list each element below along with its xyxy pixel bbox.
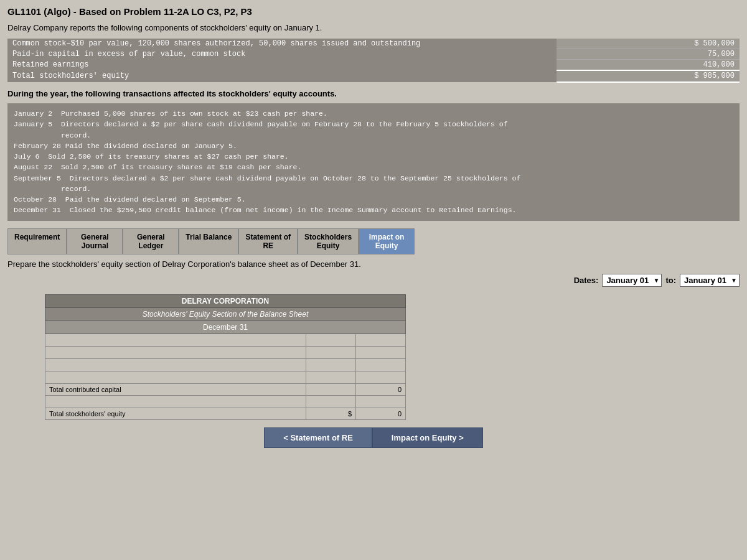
balance-sheet-table: DELRAY CORPORATION Stockholders' Equity … — [45, 294, 406, 420]
bs-company-name: DELRAY CORPORATION — [45, 294, 406, 307]
transaction-4: February 28 Paid the dividend declared o… — [14, 141, 733, 151]
equity-total-value: $ 985,000 — [557, 70, 740, 82]
transaction-2: January 5 Directors declared a $2 per sh… — [14, 119, 733, 129]
transaction-6: August 22 Sold 2,500 of its treasury sha… — [14, 162, 733, 172]
intro-text: Delray Company reports the following com… — [7, 23, 740, 32]
equity-row-2-value: 75,000 — [557, 49, 740, 60]
bs-section-title: Stockholders' Equity Section of the Bala… — [45, 307, 406, 320]
bs-total-equity-value: 0 — [356, 408, 406, 419]
from-date-select[interactable]: January 01 — [602, 274, 662, 287]
equity-row-2-label: Paid-in capital in excess of par value, … — [7, 49, 557, 60]
bs-total-equity-symbol: $ — [306, 408, 356, 419]
equity-row-3-value: 410,000 — [557, 60, 740, 71]
tab-stockholders-equity[interactable]: Stockholders Equity — [298, 228, 359, 254]
bs-total-contributed-val2: 0 — [356, 383, 406, 395]
equity-total-label: Total stockholders' equity — [7, 70, 557, 82]
transaction-1: January 2 Purchased 5,000 shares of its … — [14, 108, 733, 119]
balance-sheet-area: DELRAY CORPORATION Stockholders' Equity … — [7, 294, 740, 420]
bs-re-val1[interactable] — [306, 395, 356, 408]
bs-total-contributed-label: Total contributed capital — [45, 383, 306, 395]
bs-re-label — [45, 395, 306, 408]
tab-requirement[interactable]: Requirement — [7, 228, 67, 254]
bs-row4-val2 — [356, 371, 406, 383]
bottom-nav: < Statement of RE Impact on Equity > — [7, 427, 740, 448]
transaction-5: July 6 Sold 2,500 of its treasury shares… — [14, 151, 733, 162]
equity-row-1-label: Common stock–$10 par value, 120,000 shar… — [7, 39, 557, 49]
bs-row2-label — [45, 346, 306, 358]
bs-row2-val2 — [356, 346, 406, 358]
bs-row1-label — [45, 334, 306, 346]
bs-re-val2 — [356, 395, 406, 408]
transaction-10: December 31 Closed the $259,500 credit b… — [14, 205, 733, 215]
transactions-box: January 2 Purchased 5,000 shares of its … — [7, 103, 740, 221]
bs-row4-label — [45, 371, 306, 383]
tab-trial-balance[interactable]: Trial Balance — [179, 228, 238, 254]
during-text: During the year, the following transacti… — [7, 89, 740, 98]
problem-title: GL1101 (Algo) - Based on Problem 11-2A L… — [7, 6, 740, 17]
prev-button[interactable]: < Statement of RE — [264, 427, 372, 448]
bs-row1-val1[interactable] — [306, 334, 356, 346]
bs-row1-val2 — [356, 334, 406, 346]
from-date-wrapper[interactable]: January 01 — [602, 274, 662, 287]
dates-row: Dates: January 01 to: January 01 — [7, 274, 740, 287]
tabs-row: Requirement General Journal General Ledg… — [7, 228, 740, 254]
equity-row-1-value: $ 500,000 — [557, 39, 740, 49]
dates-label: Dates: — [574, 276, 599, 285]
tab-general-ledger[interactable]: General Ledger — [123, 228, 179, 254]
bs-row3-val2 — [356, 358, 406, 371]
bs-total-equity-label: Total stockholders' equity — [45, 408, 306, 419]
equity-row-3-label: Retained earnings — [7, 60, 557, 71]
transaction-7: September 5 Directors declared a $2 per … — [14, 173, 733, 184]
equity-table: Common stock–$10 par value, 120,000 shar… — [7, 39, 740, 83]
tab-impact-on-equity[interactable]: Impact on Equity — [359, 228, 415, 254]
to-date-select[interactable]: January 01 — [680, 274, 740, 287]
bs-total-contributed-val1[interactable] — [306, 383, 356, 395]
bs-row2-val1[interactable] — [306, 346, 356, 358]
to-date-wrapper[interactable]: January 01 — [680, 274, 740, 287]
tab-general-journal[interactable]: General Journal — [67, 228, 123, 254]
bs-row4-val1[interactable] — [306, 371, 356, 383]
bs-date: December 31 — [45, 320, 406, 334]
prepare-text: Prepare the stockholders' equity section… — [7, 259, 740, 269]
next-button[interactable]: Impact on Equity > — [372, 427, 483, 448]
transaction-8: record. — [14, 184, 733, 194]
bs-row3-label — [45, 358, 306, 371]
bs-row3-val1[interactable] — [306, 358, 356, 371]
tab-statement-re[interactable]: Statement of RE — [238, 228, 298, 254]
transaction-9: October 28 Paid the dividend declared on… — [14, 194, 733, 205]
to-label: to: — [665, 276, 676, 285]
transaction-3: record. — [14, 130, 733, 141]
